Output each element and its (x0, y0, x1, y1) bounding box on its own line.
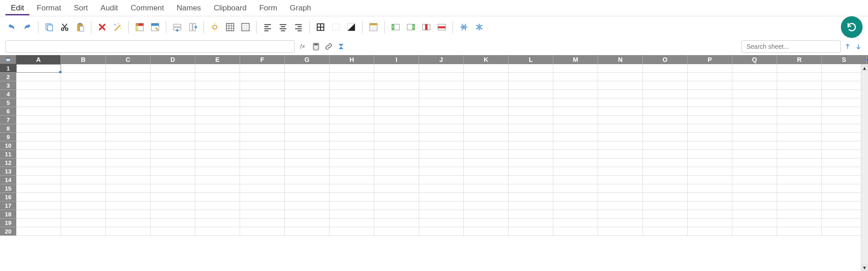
cell-F13[interactable] (240, 167, 285, 176)
insert-row-button[interactable] (171, 21, 184, 33)
cell-C14[interactable] (106, 176, 151, 184)
cell-Q8[interactable] (732, 124, 777, 133)
add-col-left-button[interactable]: + (389, 21, 402, 33)
cell-C5[interactable] (106, 98, 151, 107)
cell-B8[interactable] (61, 124, 106, 133)
row-header-19[interactable]: 19 (0, 219, 16, 227)
column-header-N[interactable]: N (598, 55, 643, 64)
cell-S6[interactable] (822, 107, 867, 116)
cell-E1[interactable] (195, 64, 240, 73)
cell-K6[interactable] (464, 107, 509, 116)
cell-F5[interactable] (240, 98, 285, 107)
cell-E20[interactable] (195, 227, 240, 236)
fill-color-button[interactable] (133, 21, 146, 33)
cell-M2[interactable] (553, 73, 598, 81)
cell-N15[interactable] (598, 184, 643, 193)
cell-K4[interactable] (464, 90, 509, 98)
cell-E16[interactable] (195, 193, 240, 201)
cell-N4[interactable] (598, 90, 643, 98)
cell-K19[interactable] (464, 219, 509, 227)
select-all-corner[interactable] (0, 55, 16, 64)
cell-G17[interactable] (285, 201, 330, 210)
cell-O20[interactable] (643, 227, 688, 236)
cell-C12[interactable] (106, 159, 151, 167)
scroll-track[interactable] (861, 71, 868, 264)
cell-K16[interactable] (464, 193, 509, 201)
cell-B18[interactable] (61, 210, 106, 219)
cell-K3[interactable] (464, 81, 509, 90)
cell-Q1[interactable] (732, 64, 777, 73)
cell-R13[interactable] (777, 167, 822, 176)
cell-D14[interactable] (151, 176, 195, 184)
cell-Q15[interactable] (732, 184, 777, 193)
cell-B2[interactable] (61, 73, 106, 81)
cell-P1[interactable] (688, 64, 732, 73)
cell-P8[interactable] (688, 124, 732, 133)
cell-J4[interactable] (419, 90, 464, 98)
cell-D2[interactable] (151, 73, 195, 81)
cell-R3[interactable] (777, 81, 822, 90)
del-col-button[interactable] (420, 21, 433, 33)
cell-J17[interactable] (419, 201, 464, 210)
cell-P5[interactable] (688, 98, 732, 107)
cell-Q4[interactable] (732, 90, 777, 98)
cell-F4[interactable] (240, 90, 285, 98)
cell-N1[interactable] (598, 64, 643, 73)
cell-I2[interactable] (374, 73, 419, 81)
cell-J5[interactable] (419, 98, 464, 107)
cell-A8[interactable] (16, 124, 61, 133)
cell-M7[interactable] (553, 116, 598, 124)
cell-E14[interactable] (195, 176, 240, 184)
cell-J9[interactable] (419, 133, 464, 141)
cell-C15[interactable] (106, 184, 151, 193)
column-header-H[interactable]: H (330, 55, 374, 64)
row-header-6[interactable]: 6 (0, 107, 16, 116)
cell-H12[interactable] (330, 159, 374, 167)
cell-R17[interactable] (777, 201, 822, 210)
cell-A10[interactable] (16, 141, 61, 150)
column-header-D[interactable]: D (151, 55, 195, 64)
cell-R8[interactable] (777, 124, 822, 133)
cell-E7[interactable] (195, 116, 240, 124)
cell-P9[interactable] (688, 133, 732, 141)
cell-O18[interactable] (643, 210, 688, 219)
cell-P18[interactable] (688, 210, 732, 219)
cell-B20[interactable] (61, 227, 106, 236)
cell-A13[interactable] (16, 167, 61, 176)
cell-M19[interactable] (553, 219, 598, 227)
cell-O1[interactable] (643, 64, 688, 73)
insert-col-button[interactable] (186, 21, 199, 33)
cell-C19[interactable] (106, 219, 151, 227)
cell-L19[interactable] (509, 219, 553, 227)
cell-C7[interactable] (106, 116, 151, 124)
cell-E12[interactable] (195, 159, 240, 167)
cell-G16[interactable] (285, 193, 330, 201)
cell-M20[interactable] (553, 227, 598, 236)
cell-C8[interactable] (106, 124, 151, 133)
cell-J15[interactable] (419, 184, 464, 193)
cell-F9[interactable] (240, 133, 285, 141)
cell-M10[interactable] (553, 141, 598, 150)
cell-N11[interactable] (598, 150, 643, 159)
cell-P16[interactable] (688, 193, 732, 201)
cell-I6[interactable] (374, 107, 419, 116)
menu-format[interactable]: Format (31, 1, 66, 15)
cell-C13[interactable] (106, 167, 151, 176)
cell-B4[interactable] (61, 90, 106, 98)
row-header-14[interactable]: 14 (0, 176, 16, 184)
cell-S8[interactable] (822, 124, 867, 133)
cell-D18[interactable] (151, 210, 195, 219)
cell-Q18[interactable] (732, 210, 777, 219)
cell-Q13[interactable] (732, 167, 777, 176)
cell-M4[interactable] (553, 90, 598, 98)
cell-F1[interactable] (240, 64, 285, 73)
menu-clipboard[interactable]: Clipboard (208, 1, 252, 15)
cell-Q16[interactable] (732, 193, 777, 201)
cell-A4[interactable] (16, 90, 61, 98)
menu-edit[interactable]: Edit (5, 1, 29, 15)
cell-I9[interactable] (374, 133, 419, 141)
cell-K15[interactable] (464, 184, 509, 193)
cell-F17[interactable] (240, 201, 285, 210)
copy-button[interactable] (43, 21, 56, 33)
cell-C2[interactable] (106, 73, 151, 81)
